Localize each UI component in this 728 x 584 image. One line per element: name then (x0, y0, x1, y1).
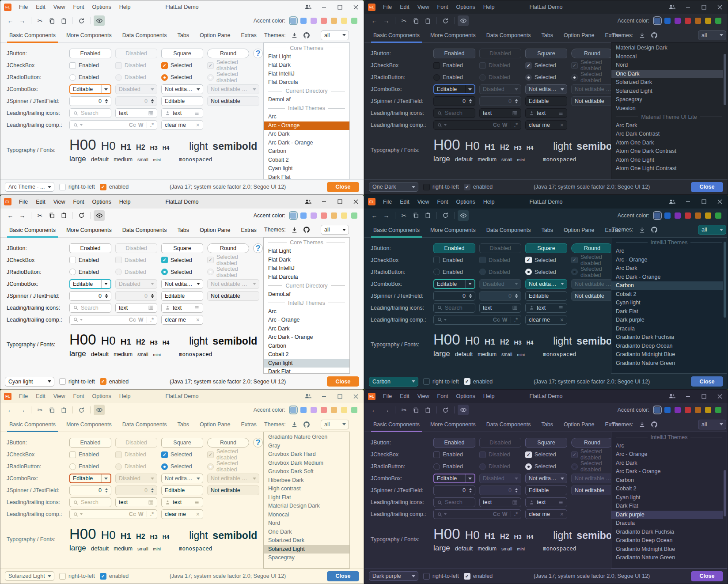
theme-item-dark-purple[interactable]: Dark purple (611, 511, 727, 520)
forward-button[interactable]: → (17, 405, 28, 415)
theme-item-demolaf[interactable]: DemoLaf (264, 95, 349, 104)
list-icon[interactable] (558, 305, 564, 311)
paste-icon[interactable] (58, 210, 69, 221)
accent-swatch-2[interactable] (664, 212, 671, 219)
theme-item-atom-one-dark-contrast[interactable]: Atom One Dark Contrast (611, 147, 727, 156)
editable-combobox[interactable]: Editable (433, 474, 475, 483)
theme-item-one-dark[interactable]: One Dark (264, 528, 349, 537)
download-icon[interactable] (291, 32, 298, 38)
accent-swatch-7[interactable] (351, 18, 357, 24)
themes-list[interactable]: Material Design DarkMonocaiNordOne DarkS… (611, 42, 727, 179)
round-button[interactable]: Round (571, 49, 613, 58)
clear-icon[interactable]: × (560, 121, 564, 129)
close-window-button[interactable] (712, 195, 728, 209)
back-button[interactable]: ← (5, 210, 16, 221)
enabled-checkbox[interactable]: enabled (100, 573, 129, 580)
refresh-icon[interactable] (76, 405, 87, 415)
theme-item-light-flat[interactable]: Light Flat (264, 493, 349, 502)
eye-icon[interactable] (458, 210, 469, 221)
menu-options[interactable]: Options (452, 4, 479, 10)
not-editable-combobox[interactable]: Not editable (161, 84, 203, 94)
maximize-button[interactable] (332, 390, 348, 403)
theme-item-flat-intellij[interactable]: Flat IntelliJ (264, 264, 349, 273)
not-editable-combobox[interactable]: Not editable (525, 474, 567, 483)
menu-edit[interactable]: Edit (396, 199, 413, 205)
help-button[interactable]: ? (253, 438, 263, 447)
tab-tabs[interactable]: Tabs (536, 421, 558, 432)
text-input-table[interactable]: text (479, 303, 521, 313)
theme-item-atom-one-light[interactable]: Atom One Light (611, 156, 727, 165)
refresh-icon[interactable] (76, 210, 87, 221)
table-icon[interactable] (148, 500, 154, 505)
theme-item-dracula[interactable]: Dracula (611, 325, 727, 334)
theme-item-atom-one-dark[interactable]: Atom One Dark (611, 139, 727, 148)
tab-option-pane[interactable]: Option Pane (194, 421, 236, 432)
theme-item-gradianto-midnight-blue[interactable]: Gradianto Midnight Blue (611, 350, 727, 359)
download-icon[interactable] (639, 227, 645, 233)
menu-options[interactable]: Options (88, 4, 115, 10)
accent-swatch-7[interactable] (351, 212, 357, 219)
maximize-button[interactable] (696, 195, 712, 209)
theme-item-carbon[interactable]: Carbon (264, 342, 349, 351)
themes-list[interactable]: Gradianto Nature GreenGrayGruvbox Dark H… (263, 432, 350, 569)
checkbox-selected[interactable]: Selected (525, 257, 567, 263)
accent-swatch-6[interactable] (705, 212, 711, 219)
clearable-input[interactable]: clear me × (161, 120, 203, 130)
theme-item-gradianto-deep-ocean[interactable]: Gradianto Deep Ocean (611, 536, 727, 545)
theme-item-gradianto-dark-fuchsia[interactable]: Gradianto Dark Fuchsia (611, 333, 727, 342)
text-input-person[interactable]: text (161, 497, 203, 507)
whole-word-toggle[interactable]: W (138, 511, 144, 517)
checkbox-selected[interactable]: Selected (161, 62, 203, 69)
menu-edit[interactable]: Edit (32, 199, 49, 205)
square-button[interactable]: Square (161, 49, 203, 58)
theme-item-dark-flat[interactable]: Dark Flat (611, 502, 727, 511)
spinner-arrows-icon[interactable] (105, 294, 108, 298)
square-button[interactable]: Square (161, 243, 203, 253)
theme-select[interactable]: Dark purple (369, 571, 418, 581)
users-icon[interactable] (664, 195, 680, 209)
close-button[interactable]: Close (327, 376, 359, 387)
checkbox-enabled[interactable]: Enabled (69, 62, 111, 69)
enabled-checkbox[interactable]: enabled (100, 184, 129, 190)
search-input[interactable]: Search (433, 497, 475, 507)
clearable-input[interactable]: clear me × (525, 315, 567, 325)
round-button[interactable]: Round (207, 243, 249, 253)
tab-data-components[interactable]: Data Components (117, 421, 172, 432)
scrollbar-thumb[interactable] (724, 470, 726, 516)
accent-swatch-3[interactable] (311, 18, 317, 24)
spinner-arrows-icon[interactable] (105, 488, 108, 493)
cut-icon[interactable]: ✂ (398, 210, 410, 221)
minimize-button[interactable] (316, 195, 332, 209)
menu-file[interactable]: File (379, 199, 396, 205)
search-with-options-input[interactable]: Cc W .* (433, 315, 521, 325)
right-to-left-checkbox[interactable]: right-to-left (423, 184, 459, 190)
scrollbar[interactable] (723, 432, 727, 568)
chevron-down-icon[interactable] (558, 474, 567, 483)
not-editable-combobox[interactable]: Not editable (525, 279, 567, 289)
enabled-button[interactable]: Enabled (69, 438, 111, 447)
enabled-button[interactable]: Enabled (433, 243, 475, 253)
editable-combobox[interactable]: Editable (433, 279, 475, 289)
theme-item-arc-dark-orange[interactable]: Arc Dark - Orange (611, 273, 727, 282)
tab-data-components[interactable]: Data Components (481, 421, 536, 432)
editable-textfield[interactable]: Editable (161, 291, 203, 301)
theme-item-dark-flat[interactable]: Dark Flat (264, 368, 349, 374)
tab-option-pane[interactable]: Option Pane (194, 227, 236, 237)
theme-item-dark-flat[interactable]: Dark Flat (264, 173, 349, 179)
theme-item-flat-light[interactable]: Flat Light (264, 247, 349, 256)
tab-extras[interactable]: Extras (599, 421, 626, 432)
theme-item-gruvbox-dark-soft[interactable]: Gruvbox Dark Soft (264, 467, 349, 476)
search-with-options-input[interactable]: Cc W .* (433, 120, 521, 130)
radio-selected[interactable]: Selected (161, 463, 203, 470)
search-with-options-input[interactable]: Cc W .* (69, 509, 157, 519)
close-window-button[interactable] (712, 0, 728, 14)
accent-swatch-4[interactable] (321, 212, 327, 219)
theme-item-cyan-light[interactable]: Cyan light (611, 299, 727, 307)
paste-icon[interactable] (58, 15, 69, 26)
accent-swatch-5[interactable] (695, 18, 701, 24)
whole-word-toggle[interactable]: W (138, 122, 144, 128)
accent-swatch-5[interactable] (695, 212, 701, 219)
theme-item-demolaf[interactable]: DemoLaf (264, 290, 349, 299)
menu-help[interactable]: Help (479, 199, 499, 205)
theme-item-high-contrast[interactable]: High contrast (264, 485, 349, 493)
